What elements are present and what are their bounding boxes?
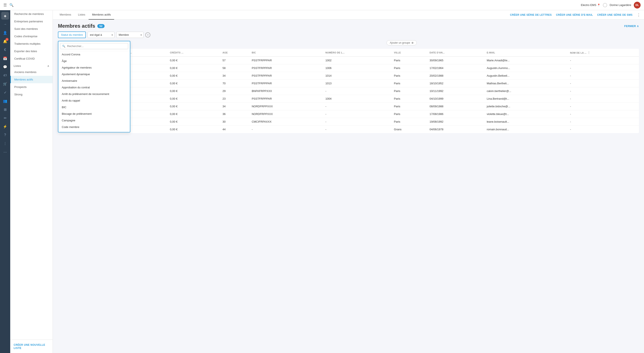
calendar-icon[interactable]: 📅: [1, 54, 9, 62]
cell-email: juliette.bidoche@...: [484, 102, 567, 110]
sub-header-actions: CRÉER UNE SÉRIE DE LETTRES CRÉER UNE SÉR…: [510, 12, 640, 17]
tab-membres[interactable]: Membres: [56, 10, 74, 20]
topbar-left: ☰ 🔍: [4, 3, 578, 8]
filter-tag-statut[interactable]: Statut du membre: [58, 32, 86, 38]
value-select[interactable]: Membre Prospect Ancien membre Suspendu: [116, 32, 144, 38]
layers-icon[interactable]: ⋮: [1, 140, 9, 147]
cell-ville: Paris: [392, 57, 427, 64]
create-letters-button[interactable]: CRÉER UNE SÉRIE DE LETTRES: [510, 14, 552, 16]
table-row[interactable]: Membre 435,00 € 0,00 € 34 NORDFRPPXXX - …: [58, 102, 639, 110]
dropdown-item-blocage[interactable]: Blocage de prélèvement: [58, 110, 130, 117]
col-date[interactable]: DATE D'AN...: [427, 49, 484, 57]
cell-numero: -: [323, 110, 392, 118]
cell-date: 08/09/1988: [427, 102, 484, 110]
edit-icon[interactable]: ✏: [1, 114, 9, 122]
more-actions-icon[interactable]: ⋮: [637, 12, 640, 17]
search-icon-top[interactable]: 🔍: [9, 3, 14, 7]
cell-credits: 0,00 €: [168, 126, 220, 133]
sidebar-item-anciens[interactable]: Anciens membres: [10, 68, 52, 76]
create-list-button[interactable]: CRÉER UNE NOUVELLE LISTE: [14, 344, 45, 350]
avatar: DL: [634, 2, 640, 8]
col-email[interactable]: E-MAIL: [484, 49, 567, 57]
col-nom[interactable]: NOM DE LA ... ⋮: [568, 49, 639, 57]
fermer-button[interactable]: FERMER ∧: [624, 24, 639, 28]
sidebar-item-certificat[interactable]: Certificat COVID: [10, 55, 52, 62]
create-sms-button[interactable]: CRÉER UNE SÉRIE DE SMS: [597, 14, 632, 16]
table-area: STATUT DU... SOLDE D... CRÉDITS ... AGE …: [53, 49, 644, 353]
dropdown-item-arret-prelevement[interactable]: Arrêt du prélèvement de recouvrement: [58, 91, 130, 97]
users-icon[interactable]: 👥: [1, 97, 9, 105]
sidebar-item-membres-actifs[interactable]: Membres actifs: [10, 76, 52, 83]
home-icon[interactable]: ◈: [1, 12, 9, 20]
dropdown-item-anniversaire[interactable]: Anniversaire: [58, 78, 130, 84]
table-row[interactable]: Membre 900,00 € 0,00 € 23 PSSTFRPPPAR 10…: [58, 95, 639, 102]
col-credits[interactable]: CRÉDITS ...: [168, 49, 220, 57]
sidebar-item-strong[interactable]: Strong: [10, 91, 52, 98]
dropdown-item-approbation[interactable]: Approbation du contrat: [58, 84, 130, 91]
tab-membres-actifs[interactable]: Membres actifs: [88, 10, 114, 20]
table-row[interactable]: Membre 435,00 € 0,00 € 70 PSSTFRPPPAR 10…: [58, 80, 639, 87]
tag-icon[interactable]: 🏷: [1, 72, 9, 79]
arrow-right-icon[interactable]: →: [1, 20, 9, 28]
filter-icon[interactable]: ⚡: [1, 123, 9, 130]
notification-icon[interactable]: 🔔 1: [1, 38, 9, 45]
grid-icon[interactable]: ⊞: [1, 106, 9, 113]
dropdown-item-code-membre[interactable]: Code membre: [58, 124, 130, 130]
sidebar-item-codes[interactable]: Codes d'entreprise: [10, 32, 52, 40]
status-circle[interactable]: [603, 3, 607, 7]
dropdown-item-accord-corona[interactable]: Accord Corona: [58, 51, 130, 58]
sidebar-item-exporter[interactable]: Exporter des listes: [10, 48, 52, 55]
table-row[interactable]: Membre 800,00 € 0,00 € 44 - - Grans 04/0…: [58, 126, 639, 133]
dropdown-item-agregateur[interactable]: Agrégateur de membres: [58, 64, 130, 71]
sidebar-item-suivi[interactable]: Suivi des membres: [10, 25, 52, 32]
more-dots-icon[interactable]: ⋯: [1, 148, 9, 156]
dropdown-item-ajustement[interactable]: Ajustement dynamique: [58, 71, 130, 78]
chat-icon[interactable]: 💬: [1, 63, 9, 71]
dropdown-item-code-postal[interactable]: Code postal: [58, 130, 130, 132]
add-filter-button[interactable]: +: [145, 32, 150, 38]
col-numero[interactable]: NUMÉRO DE L...: [323, 49, 392, 57]
dropdown-item-arret-rappel[interactable]: Arrêt du rappel: [58, 97, 130, 104]
operator-select[interactable]: est égal à n'est pas égal à contient: [88, 32, 114, 38]
dropdown-item-age[interactable]: Âge: [58, 58, 130, 64]
sidebar-item-entreprises[interactable]: Entreprises partenaires: [10, 18, 52, 25]
page-title-row: Membres actifs 52: [58, 23, 104, 29]
cell-nom: -: [568, 95, 639, 102]
dropdown-search-input[interactable]: [60, 43, 128, 49]
euro-icon[interactable]: €: [1, 46, 9, 54]
col-ville[interactable]: VILLE: [392, 49, 427, 57]
check-icon[interactable]: ✓: [1, 88, 9, 96]
question-icon[interactable]: ?: [1, 131, 9, 139]
add-group-button[interactable]: Ajouter un groupe ⊕: [386, 40, 416, 45]
table-row[interactable]: Membre 435,00 € 0,00 € 36 NORDFRPPXXX - …: [58, 110, 639, 118]
person-icon[interactable]: 👤: [1, 29, 9, 36]
cell-bic: CMCIFRPAXXX: [249, 118, 323, 126]
cell-date: 30/09/1965: [427, 57, 484, 64]
sidebar-item-traitements[interactable]: Traitements multiples: [10, 40, 52, 48]
table-row[interactable]: Membre 591,94 € 0,00 € 29 BNPAFRPPXXX - …: [58, 87, 639, 95]
cell-date: 04/06/1978: [427, 126, 484, 133]
tab-listes[interactable]: Listes: [74, 10, 88, 20]
create-email-button[interactable]: CRÉER UNE SÉRIE D'E-MAIL: [556, 14, 593, 16]
col-age[interactable]: AGE: [220, 49, 249, 57]
table-row[interactable]: Membre 600,00 € 0,00 € 30 CMCIFRPAXXX - …: [58, 118, 639, 126]
cell-date: 18/10/1952: [427, 80, 484, 87]
cell-nom: -: [568, 72, 639, 80]
cell-ville: Paris: [392, 64, 427, 72]
listes-section[interactable]: Listes ∧: [10, 62, 52, 68]
table-row[interactable]: Membre 900,00 € 0,00 € 58 PSSTFRPPPAR 10…: [58, 64, 639, 72]
col-bic[interactable]: BIC: [249, 49, 323, 57]
sidebar-icons: ◈ → 👤 🔔 1 € 📅 💬 🏷 🛒 ✓ 👥 ⊞ ✏ ⚡ ? ⋮ ⋯: [0, 10, 10, 353]
sidebar-item-recherche[interactable]: Recherche de membres: [10, 10, 52, 18]
cell-ville: Paris: [392, 110, 427, 118]
sidebar-item-prospects[interactable]: Prospects: [10, 83, 52, 91]
more-columns-icon[interactable]: ⋮: [587, 51, 590, 54]
dropdown-item-bic[interactable]: BIC: [58, 104, 130, 110]
cell-date: 04/10/1999: [427, 95, 484, 102]
table-row[interactable]: Membre 435,00 € 0,00 € 34 PSSTFRPPPAR 10…: [58, 72, 639, 80]
hamburger-icon[interactable]: ☰: [4, 3, 7, 8]
table-row[interactable]: Membre 900,00 € 0,00 € 57 PSSTFRPPPAR 10…: [58, 57, 639, 64]
dropdown-item-campagne[interactable]: Campagne: [58, 117, 130, 124]
cart-icon[interactable]: 🛒: [1, 80, 9, 88]
cell-age: 23: [220, 95, 249, 102]
